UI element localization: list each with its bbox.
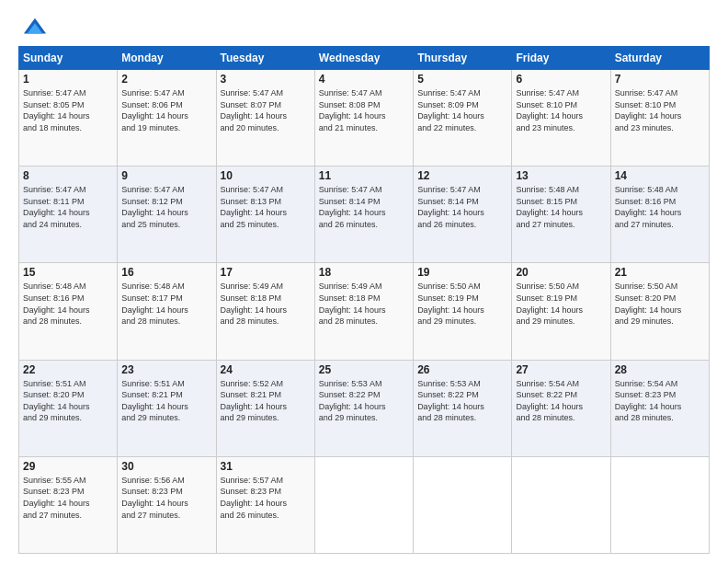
weekday-row: SundayMondayTuesdayWednesdayThursdayFrid…: [19, 47, 710, 70]
cell-daylight-info: Sunrise: 5:47 AMSunset: 8:14 PMDaylight:…: [417, 184, 507, 230]
calendar-cell: 22Sunrise: 5:51 AMSunset: 8:20 PMDayligh…: [19, 360, 118, 456]
day-number: 30: [121, 460, 211, 473]
weekday-header: Thursday: [414, 47, 512, 70]
day-number: 21: [615, 266, 705, 279]
header: [18, 15, 710, 40]
calendar-cell: 15Sunrise: 5:48 AMSunset: 8:16 PMDayligh…: [19, 263, 118, 360]
calendar-cell: 11Sunrise: 5:47 AMSunset: 8:14 PMDayligh…: [314, 167, 413, 263]
day-number: 23: [121, 363, 211, 376]
cell-daylight-info: Sunrise: 5:48 AMSunset: 8:15 PMDaylight:…: [516, 184, 606, 230]
day-number: 26: [417, 363, 507, 376]
calendar-cell: 6Sunrise: 5:47 AMSunset: 8:10 PMDaylight…: [512, 70, 610, 167]
cell-daylight-info: Sunrise: 5:50 AMSunset: 8:19 PMDaylight:…: [516, 281, 606, 327]
logo: [18, 15, 48, 40]
day-number: 24: [221, 363, 311, 376]
calendar-week-row: 22Sunrise: 5:51 AMSunset: 8:20 PMDayligh…: [19, 360, 710, 456]
calendar-cell: 16Sunrise: 5:48 AMSunset: 8:17 PMDayligh…: [118, 263, 216, 360]
cell-daylight-info: Sunrise: 5:49 AMSunset: 8:18 PMDaylight:…: [319, 281, 409, 327]
calendar-cell: [314, 456, 413, 553]
weekday-header: Friday: [512, 47, 610, 70]
day-number: 9: [121, 169, 211, 182]
calendar-cell: 26Sunrise: 5:53 AMSunset: 8:22 PMDayligh…: [414, 360, 512, 456]
day-number: 6: [516, 73, 606, 86]
day-number: 29: [23, 460, 113, 473]
calendar-cell: 30Sunrise: 5:56 AMSunset: 8:23 PMDayligh…: [118, 456, 216, 553]
calendar-cell: 10Sunrise: 5:47 AMSunset: 8:13 PMDayligh…: [216, 167, 314, 263]
calendar-cell: 8Sunrise: 5:47 AMSunset: 8:11 PMDaylight…: [19, 167, 118, 263]
calendar-cell: 9Sunrise: 5:47 AMSunset: 8:12 PMDaylight…: [118, 167, 216, 263]
weekday-header: Saturday: [610, 47, 709, 70]
cell-daylight-info: Sunrise: 5:48 AMSunset: 8:16 PMDaylight:…: [23, 281, 113, 327]
calendar-cell: [414, 456, 512, 553]
calendar-week-row: 15Sunrise: 5:48 AMSunset: 8:16 PMDayligh…: [19, 263, 710, 360]
calendar-body: 1Sunrise: 5:47 AMSunset: 8:05 PMDaylight…: [19, 70, 710, 554]
cell-daylight-info: Sunrise: 5:47 AMSunset: 8:10 PMDaylight:…: [615, 87, 705, 133]
calendar-cell: [512, 456, 610, 553]
calendar-cell: 13Sunrise: 5:48 AMSunset: 8:15 PMDayligh…: [512, 167, 610, 263]
day-number: 4: [319, 73, 409, 86]
calendar-cell: 24Sunrise: 5:52 AMSunset: 8:21 PMDayligh…: [216, 360, 314, 456]
day-number: 12: [417, 169, 507, 182]
cell-daylight-info: Sunrise: 5:55 AMSunset: 8:23 PMDaylight:…: [23, 475, 113, 521]
weekday-header: Tuesday: [216, 47, 314, 70]
cell-daylight-info: Sunrise: 5:48 AMSunset: 8:17 PMDaylight:…: [121, 281, 211, 327]
cell-daylight-info: Sunrise: 5:47 AMSunset: 8:13 PMDaylight:…: [221, 184, 311, 230]
calendar-cell: 28Sunrise: 5:54 AMSunset: 8:23 PMDayligh…: [610, 360, 709, 456]
weekday-header: Monday: [118, 47, 216, 70]
cell-daylight-info: Sunrise: 5:47 AMSunset: 8:11 PMDaylight:…: [23, 184, 113, 230]
calendar-cell: 12Sunrise: 5:47 AMSunset: 8:14 PMDayligh…: [414, 167, 512, 263]
calendar-cell: 2Sunrise: 5:47 AMSunset: 8:06 PMDaylight…: [118, 70, 216, 167]
calendar-cell: 5Sunrise: 5:47 AMSunset: 8:09 PMDaylight…: [414, 70, 512, 167]
calendar-cell: 23Sunrise: 5:51 AMSunset: 8:21 PMDayligh…: [118, 360, 216, 456]
day-number: 19: [417, 266, 507, 279]
day-number: 27: [516, 363, 606, 376]
cell-daylight-info: Sunrise: 5:53 AMSunset: 8:22 PMDaylight:…: [319, 378, 409, 424]
calendar-cell: 31Sunrise: 5:57 AMSunset: 8:23 PMDayligh…: [216, 456, 314, 553]
cell-daylight-info: Sunrise: 5:53 AMSunset: 8:22 PMDaylight:…: [417, 378, 507, 424]
day-number: 17: [221, 266, 311, 279]
cell-daylight-info: Sunrise: 5:56 AMSunset: 8:23 PMDaylight:…: [121, 475, 211, 521]
calendar-cell: 3Sunrise: 5:47 AMSunset: 8:07 PMDaylight…: [216, 70, 314, 167]
cell-daylight-info: Sunrise: 5:47 AMSunset: 8:12 PMDaylight:…: [121, 184, 211, 230]
calendar-cell: 14Sunrise: 5:48 AMSunset: 8:16 PMDayligh…: [610, 167, 709, 263]
cell-daylight-info: Sunrise: 5:50 AMSunset: 8:19 PMDaylight:…: [417, 281, 507, 327]
calendar-cell: 7Sunrise: 5:47 AMSunset: 8:10 PMDaylight…: [610, 70, 709, 167]
cell-daylight-info: Sunrise: 5:47 AMSunset: 8:05 PMDaylight:…: [23, 87, 113, 133]
day-number: 3: [221, 73, 311, 86]
cell-daylight-info: Sunrise: 5:54 AMSunset: 8:23 PMDaylight:…: [615, 378, 705, 424]
calendar-cell: 1Sunrise: 5:47 AMSunset: 8:05 PMDaylight…: [19, 70, 118, 167]
day-number: 2: [121, 73, 211, 86]
cell-daylight-info: Sunrise: 5:47 AMSunset: 8:10 PMDaylight:…: [516, 87, 606, 133]
cell-daylight-info: Sunrise: 5:52 AMSunset: 8:21 PMDaylight:…: [221, 378, 311, 424]
cell-daylight-info: Sunrise: 5:54 AMSunset: 8:22 PMDaylight:…: [516, 378, 606, 424]
day-number: 25: [319, 363, 409, 376]
day-number: 5: [417, 73, 507, 86]
calendar-cell: 20Sunrise: 5:50 AMSunset: 8:19 PMDayligh…: [512, 263, 610, 360]
calendar-cell: 21Sunrise: 5:50 AMSunset: 8:20 PMDayligh…: [610, 263, 709, 360]
day-number: 14: [615, 169, 705, 182]
cell-daylight-info: Sunrise: 5:48 AMSunset: 8:16 PMDaylight:…: [615, 184, 705, 230]
day-number: 20: [516, 266, 606, 279]
cell-daylight-info: Sunrise: 5:57 AMSunset: 8:23 PMDaylight:…: [221, 475, 311, 521]
day-number: 10: [221, 169, 311, 182]
logo-icon: [22, 15, 48, 40]
day-number: 15: [23, 266, 113, 279]
day-number: 28: [615, 363, 705, 376]
calendar-cell: 18Sunrise: 5:49 AMSunset: 8:18 PMDayligh…: [314, 263, 413, 360]
day-number: 8: [23, 169, 113, 182]
calendar-cell: [610, 456, 709, 553]
calendar-week-row: 29Sunrise: 5:55 AMSunset: 8:23 PMDayligh…: [19, 456, 710, 553]
day-number: 18: [319, 266, 409, 279]
day-number: 11: [319, 169, 409, 182]
day-number: 13: [516, 169, 606, 182]
day-number: 16: [121, 266, 211, 279]
calendar-cell: 17Sunrise: 5:49 AMSunset: 8:18 PMDayligh…: [216, 263, 314, 360]
cell-daylight-info: Sunrise: 5:50 AMSunset: 8:20 PMDaylight:…: [615, 281, 705, 327]
day-number: 1: [23, 73, 113, 86]
calendar-week-row: 1Sunrise: 5:47 AMSunset: 8:05 PMDaylight…: [19, 70, 710, 167]
weekday-header: Wednesday: [314, 47, 413, 70]
cell-daylight-info: Sunrise: 5:51 AMSunset: 8:20 PMDaylight:…: [23, 378, 113, 424]
calendar-table: SundayMondayTuesdayWednesdayThursdayFrid…: [18, 46, 710, 554]
cell-daylight-info: Sunrise: 5:47 AMSunset: 8:08 PMDaylight:…: [319, 87, 409, 133]
weekday-header: Sunday: [19, 47, 118, 70]
